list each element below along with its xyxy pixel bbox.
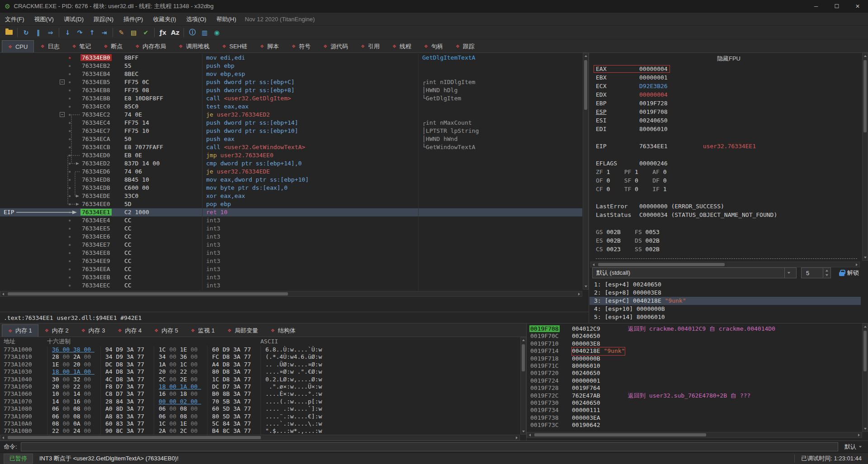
register-row[interactable]: OF 0 SF 0 DF 0 bbox=[590, 176, 868, 185]
dump-row[interactable]: 773A100036 00 38 00 94 D9 3A 77 1C 00 1E… bbox=[0, 346, 526, 353]
disasm-row[interactable]: ●76334EE8CCint3 bbox=[0, 249, 582, 257]
dump-tab-dump1[interactable]: ❖内存 1 bbox=[2, 324, 38, 337]
dump-tab-dump4[interactable]: ❖内存 4 bbox=[111, 324, 148, 337]
register-row[interactable]: CS 0023 SS 002B bbox=[590, 245, 868, 253]
breakpoint-dot-icon[interactable]: ● bbox=[69, 70, 71, 78]
tab-handles[interactable]: ❖句柄 bbox=[418, 40, 449, 52]
tab-call-stack[interactable]: ❖调用堆栈 bbox=[172, 40, 216, 52]
arg-row[interactable]: 3: [esp+C] 0040218E "9unk" bbox=[590, 297, 861, 305]
tab-symbols[interactable]: ❖符号 bbox=[285, 40, 317, 52]
register-row[interactable] bbox=[590, 133, 868, 142]
breakpoint-dot-icon[interactable]: ● bbox=[69, 159, 71, 168]
disasm-row[interactable]: ●76334ECBE8 7077FAFFcall <user32.GetWind… bbox=[0, 143, 582, 151]
register-row[interactable]: EDX00000004 bbox=[590, 90, 868, 99]
info-icon[interactable]: ⓘ bbox=[186, 27, 198, 38]
breakpoint-dot-icon[interactable]: ● bbox=[69, 208, 71, 216]
stack-row[interactable]: 0019F72C762E47AB返回到 user32.sub_762E4780+… bbox=[527, 392, 868, 399]
breakpoint-dot-icon[interactable]: ● bbox=[69, 216, 71, 225]
manual-icon[interactable]: ▥ bbox=[198, 27, 211, 38]
scroll-right-icon[interactable] bbox=[856, 432, 862, 438]
scroll-up-icon[interactable] bbox=[583, 53, 589, 59]
menu-favourites[interactable]: 收藏夹(I) bbox=[148, 13, 181, 26]
stack-row[interactable]: 0019F738000003EA bbox=[527, 414, 868, 422]
tab-memory-map[interactable]: ❖内存布局 bbox=[129, 40, 172, 52]
record-icon[interactable]: ◉ bbox=[211, 27, 223, 38]
maximize-button[interactable]: ☐ bbox=[826, 0, 847, 13]
scroll-thumb[interactable] bbox=[863, 60, 867, 132]
disasm-row[interactable]: ●76334EE5CCint3 bbox=[0, 225, 582, 233]
dump-row[interactable]: 773A107014 00 16 00 28 84 3A 77 00 00 02… bbox=[0, 398, 526, 405]
scroll-down-icon[interactable] bbox=[583, 284, 589, 289]
dump-tab-locals[interactable]: ❖局部变量 bbox=[221, 324, 264, 337]
breakpoint-dot-icon[interactable]: ● bbox=[69, 119, 71, 127]
comment-icon[interactable]: ▤ bbox=[127, 27, 140, 38]
disasm-row[interactable]: ●76334EE6CCint3 bbox=[0, 233, 582, 241]
tab-references[interactable]: ❖引用 bbox=[354, 40, 386, 52]
analyze-icon[interactable]: ✔ bbox=[140, 27, 152, 38]
dump-row[interactable]: 773A106010 00 14 00 C8 D7 3A 77 16 00 18… bbox=[0, 390, 526, 398]
register-row[interactable]: ZF 1 PF 1 AF 0 bbox=[590, 168, 868, 176]
disasm-row[interactable]: ●76334ECA50push eax│HWND hWnd bbox=[0, 135, 582, 143]
disasm-row[interactable]: ●76334EE4CCint3 bbox=[0, 216, 582, 225]
dump-row[interactable]: 773A108006 00 08 00 A0 8D 3A 77 06 00 08… bbox=[0, 405, 526, 412]
run-icon[interactable]: ⇒ bbox=[44, 27, 57, 38]
close-button[interactable]: ✕ bbox=[847, 0, 868, 13]
step-over-icon[interactable]: ↷ bbox=[74, 27, 86, 38]
register-row[interactable] bbox=[590, 219, 868, 228]
disasm-row[interactable]: ●76334EEBCCint3 bbox=[0, 273, 582, 281]
breakpoint-dot-icon[interactable]: ● bbox=[69, 281, 71, 290]
menu-view[interactable]: 视图(V) bbox=[29, 13, 59, 26]
disasm-row[interactable]: ●76334ED2837D 14 00cmp dword ptr ss:[ebp… bbox=[0, 159, 582, 168]
spinner-arrows-icon[interactable] bbox=[823, 268, 830, 277]
pause-icon[interactable]: ‖ bbox=[32, 27, 44, 38]
register-row[interactable]: EFLAGS00000246 bbox=[590, 159, 868, 168]
register-row[interactable]: CF 0 TF 0 IF 1 bbox=[590, 185, 868, 193]
disasm-row[interactable]: ●76334EC7FF75 10push dword ptr ss:[ebp+1… bbox=[0, 127, 582, 135]
disasm-row[interactable]: ●76334ED674 06je user32.76334EDE bbox=[0, 168, 582, 176]
breakpoint-dot-icon[interactable]: ● bbox=[69, 127, 71, 135]
disasm-row[interactable]: ●76334EE05Dpop ebp bbox=[0, 200, 582, 208]
dump-horizontal-scrollbar[interactable] bbox=[0, 435, 520, 441]
breakpoint-dot-icon[interactable]: ● bbox=[69, 103, 71, 111]
breakpoint-dot-icon[interactable]: ● bbox=[69, 168, 71, 176]
disasm-row[interactable]: ●76334EC4FF75 14push dword ptr ss:[ebp+1… bbox=[0, 119, 582, 127]
scroll-left-icon[interactable] bbox=[527, 432, 533, 438]
register-row[interactable]: EIP76334EE1user32.76334EE1 bbox=[590, 142, 868, 150]
scroll-up-icon[interactable] bbox=[521, 337, 526, 343]
dump-row[interactable]: 773A105020 00 22 00 F8 D7 3A 77 18 00 1A… bbox=[0, 383, 526, 390]
menu-debug[interactable]: 调试(D) bbox=[59, 13, 89, 26]
breakpoint-dot-icon[interactable]: ● bbox=[69, 86, 71, 94]
breakpoint-dot-icon[interactable]: ● bbox=[69, 62, 71, 70]
scroll-thumb[interactable] bbox=[522, 344, 525, 371]
register-row[interactable]: ESP0019F708 bbox=[590, 108, 868, 116]
tab-threads[interactable]: ❖线程 bbox=[386, 40, 418, 52]
disasm-row[interactable]: −●76334EB5FF75 0Cpush dword ptr ss:[ebp+… bbox=[0, 78, 582, 86]
register-row[interactable]: EAX00000004 bbox=[590, 65, 868, 73]
restart-icon[interactable]: ↻ bbox=[20, 27, 32, 38]
register-row[interactable]: EBP0019F728 bbox=[590, 99, 868, 108]
scroll-left-icon[interactable] bbox=[0, 435, 6, 441]
scroll-thumb[interactable] bbox=[863, 331, 867, 371]
scroll-right-icon[interactable] bbox=[514, 435, 519, 441]
command-profile-select[interactable]: 默认 bbox=[842, 443, 864, 451]
scroll-thumb[interactable] bbox=[8, 436, 261, 439]
scroll-thumb[interactable] bbox=[534, 433, 706, 436]
hide-fpu-toggle[interactable]: 隐藏FPU bbox=[590, 53, 868, 64]
disasm-row[interactable]: ●76334EE7CCint3 bbox=[0, 241, 582, 249]
breakpoint-dot-icon[interactable]: ● bbox=[69, 249, 71, 257]
stack-row[interactable]: 0019F7180000000B bbox=[527, 355, 868, 362]
menu-file[interactable]: 文件(F) bbox=[0, 13, 29, 26]
scroll-right-icon[interactable] bbox=[576, 291, 582, 297]
breakpoint-dot-icon[interactable]: ● bbox=[69, 54, 71, 62]
dump-row[interactable]: 773A103018 00 1A 00 A4 D8 3A 77 20 00 22… bbox=[0, 368, 526, 375]
dump-tab-dump5[interactable]: ❖内存 5 bbox=[148, 324, 184, 337]
stack-row[interactable]: 0019F72400000001 bbox=[527, 377, 868, 384]
disasm-vertical-scrollbar[interactable] bbox=[583, 53, 589, 290]
disasm-row[interactable]: ●76334EC085C0test eax,eax bbox=[0, 103, 582, 111]
case-icon[interactable]: Az bbox=[169, 27, 181, 38]
breakpoint-dot-icon[interactable]: ● bbox=[69, 200, 71, 208]
breakpoint-dot-icon[interactable]: ● bbox=[69, 184, 71, 192]
breakpoint-dot-icon[interactable]: ● bbox=[69, 135, 71, 143]
breakpoint-dot-icon[interactable]: ● bbox=[69, 111, 71, 119]
stack-row[interactable]: 0019F71C80006010 bbox=[527, 362, 868, 370]
